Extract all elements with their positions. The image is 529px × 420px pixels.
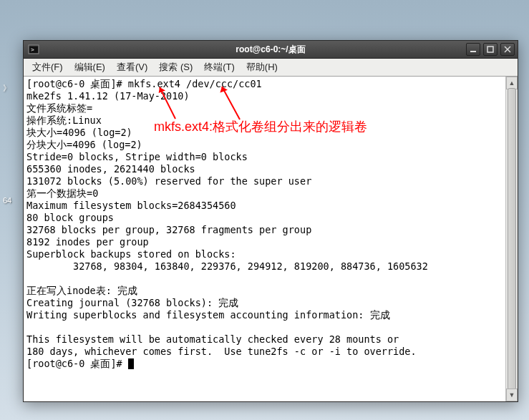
close-icon <box>504 46 511 53</box>
desktop-text-2: 64 <box>3 196 11 205</box>
window-controls <box>466 43 515 56</box>
close-button[interactable] <box>500 43 515 56</box>
minimize-icon <box>470 46 477 53</box>
menu-terminal[interactable]: 终端(T) <box>198 59 241 75</box>
menu-view[interactable]: 查看(V) <box>111 59 153 75</box>
menu-file[interactable]: 文件(F) <box>26 59 69 75</box>
minimize-button[interactable] <box>466 43 480 56</box>
titlebar[interactable]: > root@c6-0:~/桌面 <box>24 41 518 59</box>
desktop-text-1: 》 <box>3 83 11 94</box>
svg-rect-4 <box>487 47 493 52</box>
menu-search[interactable]: 搜索 (S) <box>153 59 198 75</box>
terminal-area: [root@c6-0 桌面]# mkfs.ext4 /dev/ccc/cc01 … <box>24 77 518 401</box>
maximize-icon <box>487 46 494 53</box>
terminal-content[interactable]: [root@c6-0 桌面]# mkfs.ext4 /dev/ccc/cc01 … <box>24 77 505 401</box>
scrollbar-down-button[interactable]: ▼ <box>506 389 518 401</box>
scrollbar[interactable]: ▲ ▼ <box>505 77 518 401</box>
menubar: 文件(F) 编辑(E) 查看(V) 搜索 (S) 终端(T) 帮助(H) <box>24 59 518 77</box>
menu-help[interactable]: 帮助(H) <box>241 59 283 75</box>
menu-edit[interactable]: 编辑(E) <box>69 59 111 75</box>
window-title: root@c6-0:~/桌面 <box>24 44 518 56</box>
terminal-window: > root@c6-0:~/桌面 文件(F) 编辑(E) 查看(V) 搜索 (S… <box>23 40 518 402</box>
scrollbar-thumb[interactable] <box>508 88 516 390</box>
app-icon: > <box>28 44 39 54</box>
svg-text:>: > <box>31 47 34 53</box>
maximize-button[interactable] <box>483 43 498 56</box>
terminal-cursor <box>128 358 134 369</box>
